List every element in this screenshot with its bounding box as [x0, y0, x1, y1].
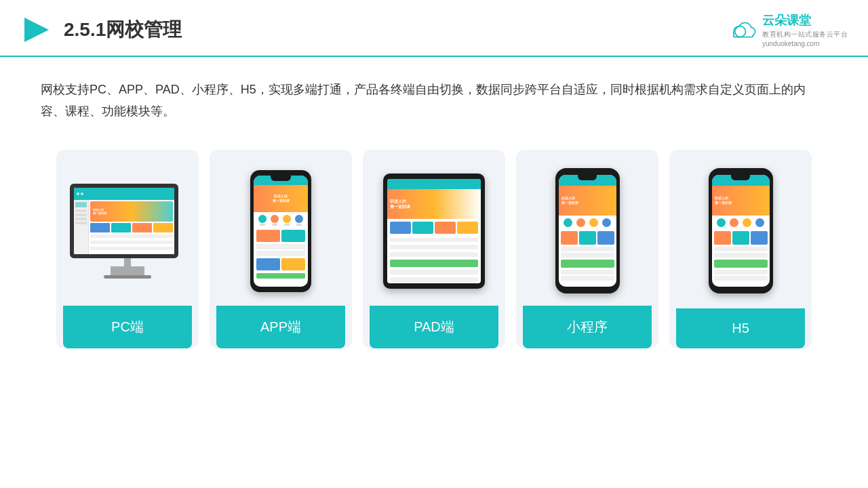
- h5-card-item: [732, 231, 749, 245]
- phone-list-item: [256, 251, 305, 256]
- pad-card: 职进人的第一堂职课 PAD端: [363, 150, 505, 348]
- phone-icons-row: [254, 212, 308, 228]
- h5-phone-screen: 职进人的第一堂职课: [712, 175, 770, 287]
- h5-card-item: [751, 231, 768, 245]
- phone-content-card: [281, 230, 305, 242]
- miniapp-label: 小程序: [523, 306, 652, 348]
- tablet-frame: 职进人的第一堂职课: [383, 174, 485, 289]
- screen-dot: [81, 192, 83, 195]
- phone-content-card: [281, 258, 305, 270]
- h5-list: [714, 276, 768, 281]
- h5-list: [714, 253, 768, 258]
- screen-mini-card: [90, 223, 110, 232]
- screen-cards-row: [90, 223, 173, 232]
- brand-name: 云朵课堂: [762, 12, 848, 28]
- phone-notch: [271, 176, 291, 181]
- wp-green-block: [561, 260, 614, 268]
- h5-icon: [755, 218, 764, 227]
- wide-phone-notch: [578, 175, 597, 180]
- pad-image-area: 职进人的第一堂职课: [370, 163, 498, 299]
- wp-icon: [564, 218, 572, 227]
- phone-icon-circle: [258, 215, 267, 223]
- phone-frame: 职进人的第一堂职课: [250, 170, 311, 292]
- tablet-header-bar: [387, 179, 481, 189]
- h5-banner-text: 职进人的第一堂职课: [715, 196, 732, 205]
- phone-screen-banner: 职进人的第一堂职课: [254, 185, 308, 212]
- monitor-screen: 职进人的第一堂职课: [70, 184, 178, 258]
- screen-banner: 职进人的第一堂职课: [90, 201, 173, 222]
- monitor-neck: [124, 258, 131, 266]
- phone-content-card: [256, 258, 280, 270]
- wp-icons: [559, 216, 616, 230]
- wp-banner-text: 职进人的第一堂职课: [561, 196, 578, 205]
- page-title: 2.5.1网校管理: [64, 17, 182, 43]
- phone-icon-dot: [272, 224, 277, 226]
- tablet-list-row: [390, 238, 478, 243]
- tablet-list-row: [390, 270, 478, 274]
- h5-banner: 职进人的第一堂职课: [712, 186, 770, 216]
- h5-icon: [730, 218, 738, 227]
- h5-green-block: [714, 260, 768, 268]
- wide-phone-screen: 职进人的第一堂职课: [559, 175, 616, 287]
- screen-sidebar: [74, 200, 89, 254]
- screen-content: 职进人的第一堂职课: [74, 188, 174, 254]
- phone-banner-text: 职进人的第一堂职课: [273, 194, 290, 203]
- h5-label: H5: [676, 308, 805, 348]
- screen-mini-card: [111, 223, 131, 232]
- brand-url: yunduoketang.com: [762, 40, 848, 47]
- phone-content-row: [254, 257, 308, 272]
- h5-list: [714, 247, 768, 251]
- h5-phone-notch: [731, 175, 750, 180]
- header-left: 2.5.1网校管理: [20, 14, 182, 46]
- pc-monitor: 职进人的第一堂职课: [70, 184, 185, 279]
- screen-body-wrap: 职进人的第一堂职课: [74, 200, 174, 254]
- phone-list-item: [256, 244, 305, 249]
- pc-card: 职进人的第一堂职课: [56, 150, 199, 348]
- h5-icons: [712, 216, 770, 230]
- tablet-list-row: [390, 245, 478, 249]
- app-label: APP端: [216, 306, 345, 348]
- phone-icon-dot: [260, 224, 265, 226]
- miniapp-frame: 职进人的第一堂职课: [555, 168, 620, 293]
- wp-card: [579, 231, 596, 245]
- phone-screen: 职进人的第一堂职课: [254, 176, 308, 287]
- screen-dot: [77, 192, 79, 195]
- wp-icon: [576, 218, 585, 227]
- phone-content-card: [256, 230, 280, 242]
- phone-icon-circle: [283, 215, 291, 223]
- h5-card-item: [714, 231, 731, 245]
- tablet-card: [457, 222, 478, 234]
- wp-icon: [589, 218, 598, 227]
- tablet-cards-row: [387, 219, 481, 237]
- screen-list-item: [90, 241, 173, 244]
- app-card: 职进人的第一堂职课: [210, 150, 352, 348]
- phone-icon-dot: [284, 224, 290, 226]
- pc-image-area: 职进人的第一堂职课: [63, 163, 192, 299]
- pc-label: PC端: [63, 306, 192, 348]
- screen-list-item: [90, 235, 173, 238]
- description-content: 网校支持PC、APP、PAD、小程序、H5，实现多端打通，产品各终端自由切换，数…: [41, 83, 806, 118]
- phone-icon-item: [295, 215, 303, 226]
- screen-mini-card: [153, 223, 173, 232]
- header-right: 云朵课堂 教育机构一站式服务云平台 yunduoketang.com: [728, 12, 848, 47]
- screen-list-item: [90, 247, 173, 250]
- header: 2.5.1网校管理 云朵课堂 教育机构一站式服务云平台 yunduoketang…: [0, 0, 868, 57]
- brand-tagline: 教育机构一站式服务云平台: [762, 30, 848, 39]
- pad-label: PAD端: [370, 306, 498, 348]
- wp-card: [561, 231, 578, 245]
- wp-list: [561, 270, 614, 274]
- screen-mini-card: [132, 223, 152, 232]
- cards-container: 职进人的第一堂职课: [0, 136, 868, 369]
- wp-icon: [602, 218, 611, 227]
- miniapp-image-area: 职进人的第一堂职课: [523, 163, 652, 299]
- screen-banner-text: 职进人的第一堂职课: [93, 208, 106, 215]
- tablet-green-block: [390, 260, 478, 268]
- tablet-banner-text: 职进人的第一堂职课: [390, 199, 410, 210]
- wp-banner: 职进人的第一堂职课: [559, 186, 616, 216]
- logo-arrow-icon: [20, 14, 53, 46]
- phone-content-row: [254, 228, 308, 243]
- cloud-icon: [728, 18, 758, 41]
- monitor-stand: [111, 266, 144, 279]
- h5-icon: [717, 218, 726, 227]
- phone-icon-item: [271, 215, 279, 226]
